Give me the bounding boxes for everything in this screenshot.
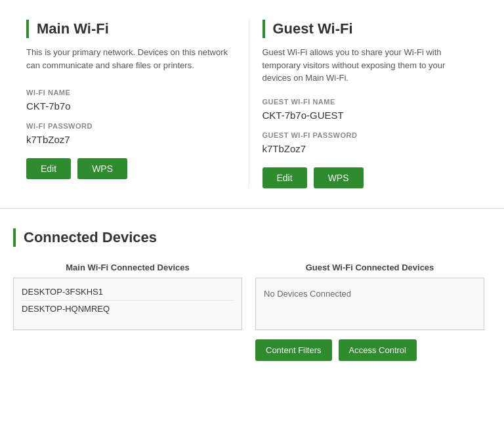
main-devices-column-title: Main Wi-Fi Connected Devices — [13, 263, 242, 272]
list-item: DESKTOP-3FSKHS1 — [22, 284, 234, 301]
guest-wifi-title-row: Guest Wi-Fi — [262, 20, 472, 38]
main-devices-list: DESKTOP-3FSKHS1 DESKTOP-HQNMREQ — [13, 278, 242, 330]
wifi-section: Main Wi-Fi This is your primary network.… — [0, 0, 504, 209]
guest-devices-list: No Devices Connected — [255, 278, 484, 330]
devices-section: Connected Devices Main Wi-Fi Connected D… — [0, 209, 504, 381]
guest-wifi-green-bar — [262, 20, 265, 38]
guest-wifi-button-group: Edit WPS — [262, 167, 472, 188]
main-wifi-edit-button[interactable]: Edit — [26, 158, 71, 179]
access-control-button[interactable]: Access Control — [339, 339, 417, 361]
page-wrapper: Main Wi-Fi This is your primary network.… — [0, 0, 504, 381]
devices-green-bar — [13, 228, 16, 247]
main-wifi-name-label: WI-FI NAME — [26, 89, 236, 96]
devices-columns: Main Wi-Fi Connected Devices DESKTOP-3FS… — [13, 263, 484, 361]
guest-wifi-wps-button[interactable]: WPS — [314, 167, 364, 188]
main-wifi-password-label: WI-FI PASSWORD — [26, 122, 236, 130]
guest-devices-column: Guest Wi-Fi Connected Devices No Devices… — [255, 263, 484, 361]
no-devices-text: No Devices Connected — [264, 284, 476, 304]
main-wifi-title-row: Main Wi-Fi — [26, 20, 236, 38]
main-wifi-wps-button[interactable]: WPS — [77, 158, 127, 179]
main-devices-column: Main Wi-Fi Connected Devices DESKTOP-3FS… — [13, 263, 242, 361]
main-wifi-panel: Main Wi-Fi This is your primary network.… — [13, 20, 249, 188]
guest-wifi-title: Guest Wi-Fi — [273, 20, 353, 37]
list-item: DESKTOP-HQNMREQ — [22, 301, 234, 317]
devices-title-row: Connected Devices — [13, 228, 484, 247]
guest-wifi-panel: Guest Wi-Fi Guest Wi-Fi allows you to sh… — [249, 20, 485, 188]
guest-action-buttons: Content Filters Access Control — [255, 339, 484, 361]
guest-devices-column-title: Guest Wi-Fi Connected Devices — [255, 263, 484, 272]
main-wifi-green-bar — [26, 20, 29, 38]
main-wifi-name-value: CKT-7b7o — [26, 100, 236, 112]
guest-wifi-name-label: GUEST WI-FI NAME — [262, 98, 472, 106]
guest-wifi-password-label: GUEST WI-FI PASSWORD — [262, 131, 472, 139]
main-wifi-description: This is your primary network. Devices on… — [26, 46, 236, 75]
main-wifi-title: Main Wi-Fi — [37, 20, 109, 37]
guest-wifi-description: Guest Wi-Fi allows you to share your Wi-… — [262, 46, 472, 85]
guest-wifi-name-value: CKT-7b7o-GUEST — [262, 110, 472, 121]
main-wifi-button-group: Edit WPS — [26, 158, 236, 179]
main-wifi-password-value: k7TbZoz7 — [26, 134, 236, 145]
connected-devices-title: Connected Devices — [24, 229, 157, 246]
content-filters-button[interactable]: Content Filters — [255, 339, 332, 361]
guest-wifi-password-value: k7TbZoz7 — [262, 143, 472, 154]
guest-wifi-edit-button[interactable]: Edit — [262, 167, 307, 188]
